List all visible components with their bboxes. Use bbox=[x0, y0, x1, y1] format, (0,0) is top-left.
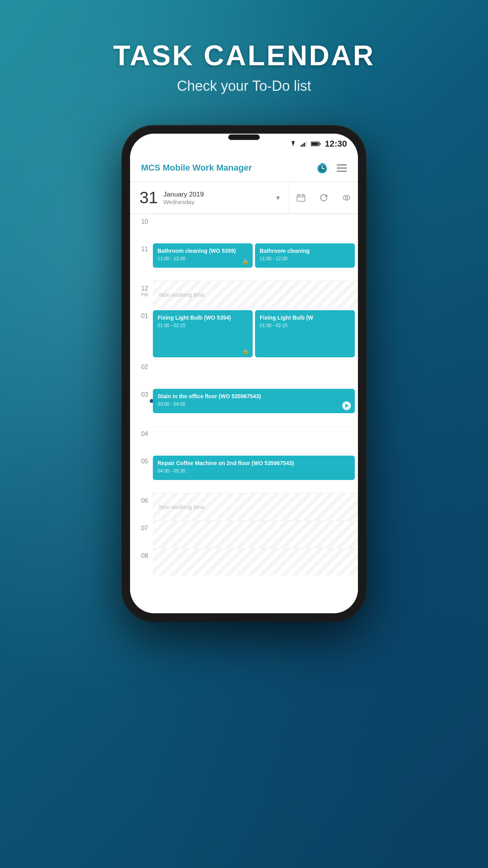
time-row-02: 02 bbox=[130, 359, 358, 387]
time-label-08: 08 bbox=[130, 548, 153, 559]
svg-rect-6 bbox=[311, 143, 318, 145]
time-label-10: 10 bbox=[130, 214, 153, 225]
status-icons bbox=[289, 141, 321, 147]
phone-wrapper: 12:30 MCS Mobile Work Manager bbox=[122, 126, 366, 621]
time-label-11: 11 bbox=[130, 241, 153, 253]
phone-notch bbox=[228, 134, 260, 140]
time-row-07: 07 bbox=[130, 520, 358, 548]
event-title: Fixing Light Bulb (WO 5354) bbox=[158, 314, 248, 321]
event-card-lightbulb-1[interactable]: Fixing Light Bulb (WO 5354) 01:00 - 02:1… bbox=[153, 310, 253, 357]
time-label-05: 05 bbox=[130, 454, 153, 465]
page-subtitle: Check your To-Do list bbox=[113, 78, 375, 94]
battery-icon bbox=[311, 141, 321, 147]
time-row-03: 03 Stain in the office floor (WO 5359675… bbox=[130, 387, 358, 426]
date-actions bbox=[290, 182, 358, 213]
event-time: 04:30 - 05:30 bbox=[158, 468, 350, 474]
non-working-label-06: Non working time bbox=[159, 504, 205, 510]
time-content-10 bbox=[153, 214, 358, 237]
hamburger-menu-button[interactable] bbox=[337, 164, 347, 172]
refresh-button[interactable] bbox=[312, 187, 335, 208]
event-time: 11:00 - 12:00 bbox=[158, 256, 248, 261]
svg-rect-16 bbox=[297, 197, 305, 197]
event-title: Stain in the office floor (WO 535967543) bbox=[158, 393, 350, 400]
time-content-01: Fixing Light Bulb (WO 5354) 01:00 - 02:1… bbox=[153, 308, 358, 359]
date-month-year: January 2019 bbox=[163, 191, 204, 199]
time-label-02: 02 bbox=[130, 359, 153, 371]
time-row-10: 10 bbox=[130, 214, 358, 241]
non-working-06: Non working time bbox=[153, 493, 358, 520]
svg-rect-13 bbox=[297, 195, 305, 201]
hamburger-line-2 bbox=[337, 167, 347, 169]
svg-rect-2 bbox=[304, 143, 305, 147]
page-title: TASK CALENDAR bbox=[113, 39, 375, 72]
event-card-bathroom-1[interactable]: Bathroom cleaning (WO 5359) 11:00 - 12:0… bbox=[153, 243, 253, 268]
time-row-04: 04 bbox=[130, 426, 358, 454]
non-working-label: Non working time bbox=[159, 291, 205, 298]
page-header: TASK CALENDAR Check your To-Do list bbox=[113, 39, 375, 94]
time-label-06: 06 bbox=[130, 493, 153, 504]
event-card-lightbulb-2[interactable]: Fixing Light Bulb (W 01:00 - 02:15 bbox=[255, 310, 355, 357]
view-toggle-button[interactable] bbox=[335, 187, 358, 208]
time-label-01: 01 bbox=[130, 308, 153, 320]
play-button[interactable] bbox=[342, 401, 351, 410]
time-row-05: 05 Repair Coffee Machine on 2nd floor (W… bbox=[130, 454, 358, 493]
time-content-11: Bathroom cleaning (WO 5359) 11:00 - 12:0… bbox=[153, 241, 358, 269]
phone-screen: 12:30 MCS Mobile Work Manager bbox=[130, 134, 358, 613]
header-icons bbox=[316, 161, 347, 175]
status-time: 12:30 bbox=[325, 139, 347, 149]
hamburger-line-3 bbox=[337, 171, 347, 172]
date-bar: 31 January 2019 Wednesday ▾ bbox=[130, 182, 358, 214]
time-label-03: 03 bbox=[130, 387, 153, 398]
signal-icon bbox=[301, 141, 308, 147]
hamburger-line-1 bbox=[337, 164, 347, 166]
refresh-icon bbox=[319, 193, 328, 202]
time-content-05: Repair Coffee Machine on 2nd floor (WO 5… bbox=[153, 454, 358, 482]
app-title: MCS Mobile Work Manager bbox=[141, 163, 252, 173]
date-section[interactable]: 31 January 2019 Wednesday ▾ bbox=[130, 182, 290, 213]
svg-rect-11 bbox=[321, 163, 324, 164]
event-card-bathroom-2[interactable]: Bathroom cleaning 11:00 - 12:00 bbox=[255, 243, 355, 268]
svg-rect-10 bbox=[322, 168, 325, 169]
time-row-12: 12PM Non working time bbox=[130, 281, 358, 308]
time-row-08: 08 bbox=[130, 548, 358, 576]
event-time: 11:00 - 12:00 bbox=[260, 256, 350, 261]
non-working-08 bbox=[153, 548, 358, 576]
svg-rect-1 bbox=[302, 144, 303, 147]
time-content-02 bbox=[153, 359, 358, 383]
event-title: Repair Coffee Machine on 2nd floor (WO 5… bbox=[158, 460, 350, 467]
svg-rect-14 bbox=[299, 194, 299, 196]
svg-rect-0 bbox=[301, 145, 302, 147]
date-info: January 2019 Wednesday bbox=[163, 191, 204, 205]
svg-rect-5 bbox=[319, 143, 321, 145]
event-title: Bathroom cleaning (WO 5359) bbox=[158, 247, 248, 254]
svg-point-18 bbox=[345, 197, 348, 199]
lock-icon: 🔒 bbox=[242, 348, 249, 354]
time-content-04 bbox=[153, 426, 358, 450]
svg-rect-3 bbox=[305, 142, 306, 147]
time-row-11: 11 Bathroom cleaning (WO 5359) 11:00 - 1… bbox=[130, 241, 358, 281]
event-time: 01:00 - 02:15 bbox=[158, 323, 248, 328]
app-header: MCS Mobile Work Manager bbox=[130, 154, 358, 182]
time-row-06: 06 Non working time bbox=[130, 493, 358, 520]
calendar-content[interactable]: 10 11 Bathroom cleaning (WO 5359) 11:00 … bbox=[130, 214, 358, 613]
event-card-coffee-machine[interactable]: Repair Coffee Machine on 2nd floor (WO 5… bbox=[153, 456, 355, 480]
time-label-12: 12PM bbox=[130, 281, 153, 298]
calendar-icon bbox=[297, 194, 305, 202]
chevron-down-icon: ▾ bbox=[276, 193, 280, 202]
timer-icon[interactable] bbox=[316, 161, 329, 175]
event-card-stain[interactable]: Stain in the office floor (WO 535967543)… bbox=[153, 389, 355, 413]
event-time: 03:00 - 04:00 bbox=[158, 401, 350, 407]
event-title: Bathroom cleaning bbox=[260, 247, 350, 254]
time-row-01: 01 Fixing Light Bulb (WO 5354) 01:00 - 0… bbox=[130, 308, 358, 359]
event-time: 01:00 - 02:15 bbox=[260, 323, 350, 328]
calendar-view-button[interactable] bbox=[290, 188, 312, 208]
time-content-03: Stain in the office floor (WO 535967543)… bbox=[153, 387, 358, 415]
date-weekday: Wednesday bbox=[163, 199, 204, 205]
svg-point-17 bbox=[343, 195, 350, 200]
non-working-07 bbox=[153, 520, 358, 548]
event-title: Fixing Light Bulb (W bbox=[260, 314, 350, 321]
svg-rect-9 bbox=[322, 166, 323, 169]
eye-icon bbox=[342, 193, 351, 202]
lock-icon: 🔒 bbox=[242, 258, 249, 265]
time-label-07: 07 bbox=[130, 520, 153, 532]
